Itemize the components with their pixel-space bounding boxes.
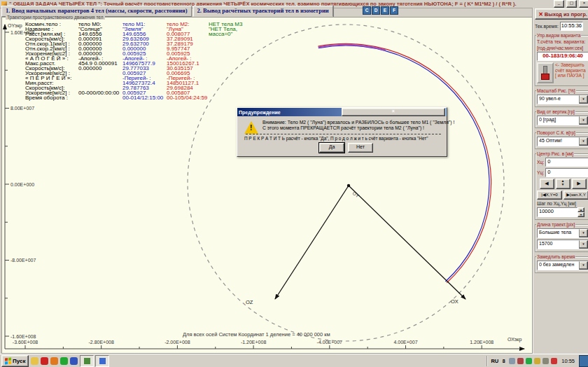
minimize-button[interactable]: _ bbox=[554, 0, 564, 8]
x-tick-label: 4.00E+007 bbox=[393, 340, 417, 345]
tray-alert-icon[interactable] bbox=[551, 358, 557, 364]
dropdown-arrow-icon[interactable]: ▼ bbox=[579, 261, 588, 270]
cell-m0 bbox=[78, 81, 122, 85]
tray-display-icon[interactable] bbox=[517, 358, 524, 364]
warning-exclamation: ! bbox=[250, 124, 252, 132]
group-title: Масштаб Рис. [%] bbox=[536, 88, 576, 93]
reset-xy-button[interactable]: |◀X,Y=0 bbox=[537, 191, 562, 200]
dropdown-arrow-icon[interactable]: ▼ bbox=[579, 240, 588, 249]
step-spinner[interactable]: ▲ ▼ bbox=[578, 207, 584, 217]
table-row: Время оборота :00-014/12:15:0000-105/04:… bbox=[25, 95, 251, 100]
dialog-title-bar[interactable]: Предупреждение × bbox=[237, 108, 447, 116]
show-desktop-button[interactable] bbox=[579, 355, 588, 367]
close-button[interactable]: × bbox=[579, 0, 588, 8]
yes-button[interactable]: Да bbox=[319, 143, 344, 153]
moon-trajectory-arc bbox=[318, 43, 491, 282]
task-button-area bbox=[80, 355, 109, 367]
quick-save-icon[interactable] bbox=[70, 357, 78, 365]
down-arrow-icon: ▼ bbox=[556, 183, 570, 186]
start-button[interactable]: Пуск bbox=[1, 355, 29, 367]
exit-program-button[interactable]: ✕ Выход из прогр. bbox=[535, 8, 588, 20]
taskbar: Пуск RU 8 10:55 bbox=[0, 354, 588, 367]
rotation-select[interactable]: 45 Оптим! ▼ bbox=[537, 137, 588, 146]
cell-m3 bbox=[209, 36, 251, 41]
trajectory-body-value: Большие тела bbox=[538, 229, 579, 237]
x-tick-label: 1.20E+008 bbox=[470, 340, 493, 345]
row-label: Время оборота : bbox=[25, 95, 78, 100]
pan-right-button[interactable]: ▶ bbox=[572, 179, 587, 189]
start-label: Пуск bbox=[13, 358, 25, 364]
quick-phone-icon[interactable] bbox=[60, 357, 68, 365]
cell-m3 bbox=[209, 71, 251, 76]
trajectory-body-select[interactable]: Большие тела ▼ bbox=[537, 228, 588, 238]
trajectory-length-select[interactable]: 15700 ▼ bbox=[537, 240, 588, 249]
vertical-view-value: 0 [град] bbox=[538, 116, 579, 125]
reset-xy-label: X,Y=0 bbox=[546, 192, 558, 197]
switch-knob[interactable] bbox=[541, 74, 550, 80]
cell-m3 bbox=[209, 76, 251, 81]
tray-graphics-icon[interactable] bbox=[534, 358, 540, 364]
task-chart-button[interactable] bbox=[95, 355, 109, 367]
x-center-input[interactable]: 0 bbox=[545, 158, 588, 167]
tab-trajectories[interactable]: 2. Вывод расчётных траекторий тел в изом… bbox=[193, 6, 333, 17]
y-center-input[interactable]: 0 bbox=[545, 168, 588, 177]
quick-button-f[interactable]: F bbox=[390, 6, 398, 15]
task-app-button[interactable] bbox=[80, 355, 94, 367]
scale-select[interactable]: 90 увел-е ▼ bbox=[537, 95, 588, 104]
cell-m1: 00-014/12:15:00 bbox=[122, 95, 167, 100]
maximize-button[interactable]: ▢ bbox=[566, 0, 577, 8]
tray-input-indicator[interactable]: 8 bbox=[500, 358, 507, 364]
dropdown-arrow-icon[interactable]: ▼ bbox=[579, 137, 588, 146]
ox-axis-arrow bbox=[349, 186, 465, 299]
pan-vertical-button[interactable]: ▲▼ bbox=[556, 179, 570, 189]
switch-caption-3: [ или ПАУЗА ] bbox=[555, 73, 586, 78]
exit-x-icon: ✕ bbox=[538, 11, 543, 18]
overlap-trajectory-arc bbox=[318, 45, 386, 50]
windows-flag-icon bbox=[5, 358, 11, 365]
slow-time-select[interactable]: 0 без замедлен ▼ bbox=[537, 261, 588, 270]
x-center-label: Хц: bbox=[537, 160, 544, 165]
group-title: Упр.видом варианта bbox=[536, 33, 581, 38]
calc-time-format: [год-дни/час:мин:сек] bbox=[537, 46, 588, 50]
trajectory-length-value: 15700 bbox=[538, 240, 579, 249]
spinner-down-icon[interactable]: ▼ bbox=[578, 212, 584, 217]
quick-opera-icon[interactable] bbox=[41, 357, 48, 365]
no-button[interactable]: Нет bbox=[348, 143, 373, 153]
step-input[interactable]: 10000 bbox=[537, 207, 578, 217]
dropdown-arrow-icon[interactable]: ▼ bbox=[579, 95, 588, 104]
quick-media-icon[interactable] bbox=[50, 357, 58, 365]
quick-button-d[interactable]: D bbox=[372, 6, 380, 15]
x-tick-label: -3.60E+008 bbox=[13, 340, 38, 345]
plot-frame-title: Траектории пространственного движения те… bbox=[6, 15, 105, 20]
pan-left-button[interactable]: ◀ bbox=[540, 179, 554, 189]
dropdown-arrow-icon[interactable]: ▼ bbox=[579, 116, 588, 125]
cell-m3 bbox=[209, 95, 251, 100]
spinner-up-icon[interactable]: ▲ bbox=[578, 207, 584, 212]
vertical-view-select[interactable]: 0 [град] ▼ bbox=[537, 116, 588, 125]
dialog-close-icon[interactable]: × bbox=[342, 108, 446, 116]
cell-m3: масса=0" bbox=[209, 32, 251, 36]
language-indicator[interactable]: RU bbox=[491, 358, 498, 364]
calc-time-label: Т.счёта тек. варианта: bbox=[537, 39, 588, 44]
cell-m3 bbox=[209, 81, 251, 85]
pause-toggle-switch[interactable] bbox=[537, 62, 554, 83]
save-xy-button[interactable]: ▶|зап.X,Y bbox=[564, 191, 588, 200]
quick-folder-icon[interactable] bbox=[31, 357, 38, 365]
group-title: Вид от вертик.[гр] bbox=[536, 109, 575, 114]
cell-m0: 00-000/00:00:00 bbox=[78, 90, 122, 95]
cell-m0 bbox=[78, 76, 122, 81]
group-title: Замедлить время bbox=[536, 254, 575, 259]
cell-m3 bbox=[209, 46, 251, 51]
tray-messenger-icon[interactable] bbox=[526, 358, 532, 364]
x-tick-label: -4.00E+007 bbox=[317, 340, 342, 345]
dialog-message-line2: С этого момента ПРЕКРАЩАЕТСЯ расчёт трае… bbox=[262, 125, 444, 130]
cdef-button-group: CDEF bbox=[363, 6, 398, 15]
tray-volume-icon[interactable] bbox=[509, 358, 515, 364]
dropdown-arrow-icon[interactable]: ▼ bbox=[579, 229, 588, 237]
tray-clock[interactable]: 10:55 bbox=[559, 358, 577, 364]
scale-value: 90 увел-е bbox=[538, 95, 579, 104]
quick-button-e[interactable]: E bbox=[381, 6, 389, 15]
tray-camera-icon[interactable] bbox=[542, 358, 549, 364]
quick-button-c[interactable]: C bbox=[363, 6, 371, 15]
y-center-label: Yц: bbox=[537, 170, 544, 175]
